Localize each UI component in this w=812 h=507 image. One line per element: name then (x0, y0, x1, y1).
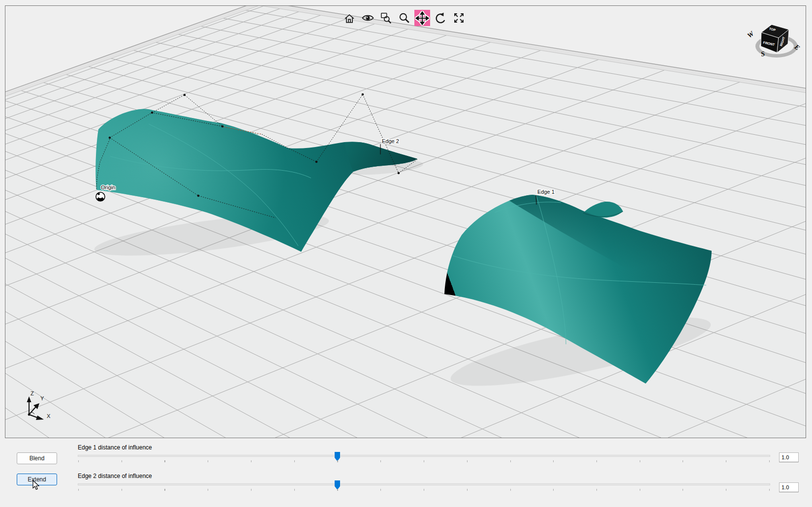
parameter-panel: Blend Extend Edge 1 distance of influenc… (0, 438, 812, 507)
view-toolbar (342, 10, 467, 26)
fit-button[interactable] (451, 10, 467, 26)
origin-marker[interactable] (96, 192, 105, 201)
slider2-track[interactable] (78, 483, 770, 485)
scene-svg: Edge 2 Edge 1 Origin Z Y X TOP FRONT RIG… (5, 6, 806, 438)
edge2-label: Edge 2 (382, 138, 399, 144)
compass-west[interactable]: W (746, 30, 756, 39)
slider2-value-input[interactable] (779, 482, 799, 492)
axis-z-label: Z (31, 390, 34, 396)
pan-button[interactable] (414, 10, 430, 26)
slider1-track[interactable] (78, 455, 770, 457)
slider2-label: Edge 2 distance of influence (78, 473, 152, 479)
blend-button[interactable]: Blend (17, 452, 57, 464)
zoom-window-button[interactable] (378, 10, 394, 26)
edge1-label: Edge 1 (537, 189, 555, 195)
compass-south[interactable]: S (760, 50, 766, 58)
extend-button[interactable]: Extend (17, 474, 57, 485)
slider1-ticks (78, 460, 770, 462)
slider1-value-input[interactable] (779, 452, 799, 462)
slider1-label: Edge 1 distance of influence (78, 444, 152, 451)
axis-x-label: X (47, 413, 51, 419)
slider2-ticks (78, 489, 770, 491)
view-cube[interactable]: TOP FRONT RIGHT W S E (746, 25, 801, 58)
app-root: { "toolbar": { "active_color": "#f0609f"… (0, 0, 812, 507)
3d-viewport[interactable]: Edge 2 Edge 1 Origin Z Y X TOP FRONT RIG… (5, 5, 806, 438)
zoom-button[interactable] (396, 10, 412, 26)
origin-label: Origin (101, 184, 115, 190)
axis-y-label: Y (40, 395, 44, 401)
home-button[interactable] (342, 10, 357, 26)
orbit-button[interactable] (433, 10, 448, 26)
look-at-button[interactable] (360, 10, 375, 26)
